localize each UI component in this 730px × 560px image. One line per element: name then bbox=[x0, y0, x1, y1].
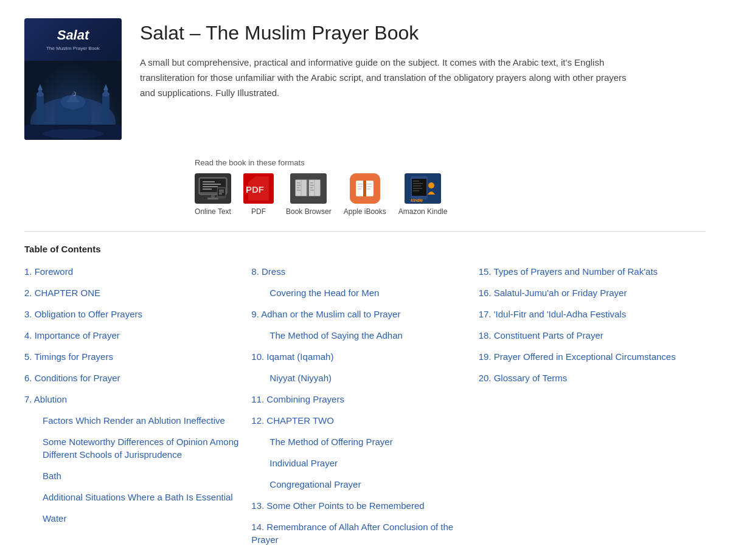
toc-item-7-sub2: Some Noteworthy Differences of Opinion A… bbox=[24, 435, 239, 461]
svg-rect-21 bbox=[203, 188, 212, 190]
svg-point-15 bbox=[43, 129, 103, 139]
mosque-illustration: ☽ bbox=[24, 61, 122, 140]
svg-rect-26 bbox=[219, 190, 224, 191]
toc-item-2: 2. CHAPTER ONE bbox=[24, 286, 239, 299]
toc-item-15: 15. Types of Prayers and Number of Rak'a… bbox=[479, 265, 693, 278]
toc-item-10-sub1: Niyyat (Niyyah) bbox=[251, 372, 466, 384]
svg-rect-39 bbox=[297, 185, 301, 186]
svg-point-62 bbox=[428, 182, 434, 188]
svg-rect-43 bbox=[310, 185, 314, 186]
toc-item-7-sub1: Factors Which Render an Ablution Ineffec… bbox=[24, 414, 239, 427]
toc-item-12-sub1: The Method of Offering Prayer bbox=[251, 435, 466, 448]
svg-marker-10 bbox=[103, 84, 108, 90]
svg-rect-23 bbox=[207, 198, 218, 199]
svg-rect-54 bbox=[358, 186, 363, 187]
formats-section: Read the book in these formats bbox=[195, 158, 706, 216]
toc-item-9-sub1: The Method of Saying the Adhan bbox=[251, 329, 466, 342]
cover-subtitle: The Muslim Prayer Book bbox=[46, 46, 100, 51]
svg-rect-67 bbox=[413, 188, 422, 189]
svg-rect-64 bbox=[413, 181, 419, 182]
apple-ibooks-format[interactable]: Apple iBooks bbox=[344, 173, 386, 216]
svg-rect-42 bbox=[310, 182, 313, 184]
svg-rect-45 bbox=[310, 190, 314, 191]
svg-rect-18 bbox=[203, 181, 215, 182]
svg-rect-20 bbox=[203, 186, 218, 187]
formats-label: Read the book in these formats bbox=[195, 158, 706, 167]
toc-item-7: 7. Ablution bbox=[24, 393, 239, 406]
toc-column-3: 15. Types of Prayers and Number of Rak'a… bbox=[479, 265, 706, 393]
toc-column-1: 1. Foreword 2. CHAPTER ONE 3. Obligation… bbox=[24, 265, 251, 533]
toc-item-4: 4. Importance of Prayer bbox=[24, 329, 239, 342]
svg-rect-66 bbox=[413, 185, 421, 187]
svg-rect-7 bbox=[102, 94, 109, 125]
toc-item-7-sub5: Water bbox=[24, 512, 239, 525]
amazon-kindle-format[interactable]: kindle Amazon Kindle bbox=[398, 173, 448, 216]
toc-item-7-sub4: Additional Situations Where a Bath Is Es… bbox=[24, 491, 239, 503]
header-section: Salat The Muslim Prayer Book ☽ bbox=[24, 18, 706, 140]
toc-section: Table of Contents 1. Foreword 2. CHAPTER… bbox=[24, 244, 706, 555]
book-info: Salat – The Muslim Prayer Book A small b… bbox=[140, 18, 706, 101]
svg-rect-56 bbox=[367, 184, 372, 185]
svg-rect-57 bbox=[367, 186, 372, 187]
formats-row: Online Text PDF PDF bbox=[195, 173, 706, 216]
svg-rect-46 bbox=[307, 179, 309, 196]
toc-item-1: 1. Foreword bbox=[24, 265, 239, 278]
toc-item-11: 11. Combining Prayers bbox=[251, 393, 466, 406]
book-description: A small but comprehensive, practical and… bbox=[140, 55, 639, 100]
toc-item-17: 17. 'Idul-Fitr and 'Idul-Adha Festivals bbox=[479, 308, 693, 320]
svg-rect-68 bbox=[413, 190, 419, 192]
pdf-format[interactable]: PDF PDF bbox=[243, 173, 274, 216]
online-text-icon bbox=[195, 173, 231, 204]
svg-rect-22 bbox=[211, 195, 215, 198]
toc-item-3: 3. Obligation to Offer Prayers bbox=[24, 308, 239, 320]
toc-item-12-sub3: Congregational Prayer bbox=[251, 478, 466, 491]
svg-text:☽: ☽ bbox=[71, 91, 77, 97]
book-browser-label: Book Browser bbox=[286, 207, 332, 216]
book-title: Salat – The Muslim Prayer Book bbox=[140, 21, 706, 44]
toc-item-18: 18. Constituent Parts of Prayer bbox=[479, 329, 693, 342]
apple-ibooks-icon bbox=[350, 173, 380, 204]
svg-rect-38 bbox=[297, 182, 300, 184]
svg-text:kindle: kindle bbox=[411, 198, 423, 202]
online-text-label: Online Text bbox=[195, 207, 231, 216]
svg-rect-44 bbox=[310, 187, 313, 188]
online-text-format[interactable]: Online Text bbox=[195, 173, 231, 216]
svg-rect-55 bbox=[358, 188, 361, 190]
toc-item-7-sub3: Bath bbox=[24, 469, 239, 482]
toc-item-19: 19. Prayer Offered in Exceptional Circum… bbox=[479, 350, 693, 363]
toc-item-12: 12. CHAPTER TWO bbox=[251, 414, 466, 427]
svg-rect-53 bbox=[358, 184, 363, 185]
svg-rect-65 bbox=[413, 183, 423, 184]
toc-item-6: 6. Conditions for Prayer bbox=[24, 372, 239, 384]
toc-divider bbox=[24, 231, 706, 232]
toc-item-20: 20. Glossary of Terms bbox=[479, 372, 693, 384]
svg-rect-52 bbox=[363, 181, 366, 196]
svg-rect-41 bbox=[297, 190, 301, 191]
svg-rect-58 bbox=[367, 188, 370, 190]
amazon-kindle-label: Amazon Kindle bbox=[398, 207, 448, 216]
svg-marker-6 bbox=[38, 84, 43, 90]
toc-item-13: 13. Some Other Points to be Remembered bbox=[251, 499, 466, 512]
apple-ibooks-label: Apple iBooks bbox=[344, 207, 386, 216]
toc-item-5: 5. Timings for Prayers bbox=[24, 350, 239, 363]
amazon-kindle-icon: kindle bbox=[405, 173, 441, 204]
svg-rect-19 bbox=[203, 184, 221, 185]
toc-item-8-sub1: Covering the Head for Men bbox=[251, 286, 466, 299]
book-cover: Salat The Muslim Prayer Book ☽ bbox=[24, 18, 122, 140]
toc-heading: Table of Contents bbox=[24, 244, 706, 254]
svg-rect-40 bbox=[297, 187, 299, 188]
pdf-icon: PDF bbox=[243, 173, 274, 204]
book-browser-format[interactable]: Book Browser bbox=[286, 173, 332, 216]
svg-rect-27 bbox=[219, 192, 224, 193]
toc-grid: 1. Foreword 2. CHAPTER ONE 3. Obligation… bbox=[24, 265, 706, 555]
toc-item-9: 9. Adhan or the Muslim call to Prayer bbox=[251, 308, 466, 320]
svg-rect-28 bbox=[219, 193, 222, 195]
toc-column-2: 8. Dress Covering the Head for Men 9. Ad… bbox=[251, 265, 478, 555]
pdf-label: PDF bbox=[251, 207, 266, 216]
toc-item-12-sub2: Individual Prayer bbox=[251, 457, 466, 469]
svg-rect-3 bbox=[36, 94, 44, 125]
toc-item-10: 10. Iqamat (Iqamah) bbox=[251, 350, 466, 363]
toc-item-8: 8. Dress bbox=[251, 265, 466, 278]
cover-title: Salat bbox=[57, 27, 89, 43]
book-browser-icon bbox=[290, 173, 327, 204]
